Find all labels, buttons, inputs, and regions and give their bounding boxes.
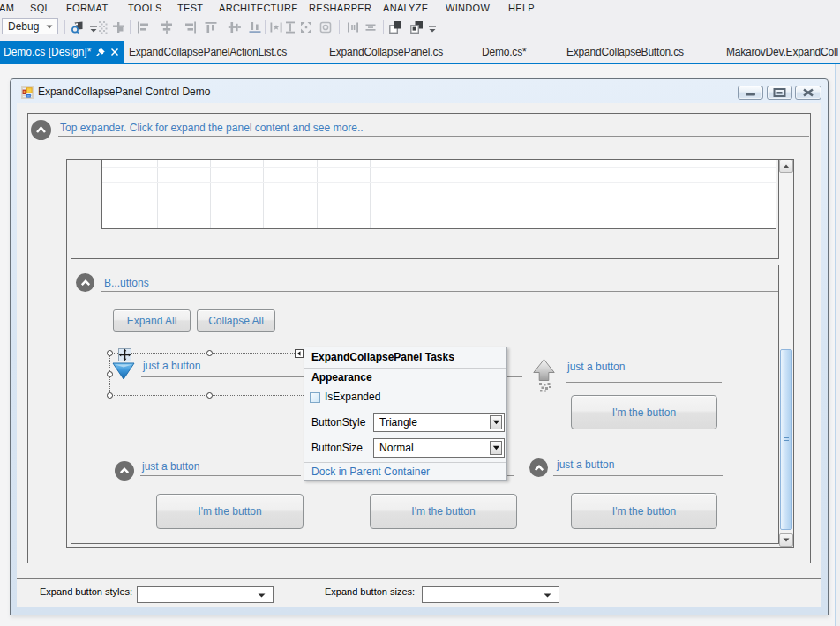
tab-label: Demo.cs [Design]* xyxy=(4,45,91,59)
menu-item-sql[interactable]: SQL xyxy=(30,0,50,16)
scroll-down-button[interactable] xyxy=(779,533,793,547)
smart-tag-arrow-icon xyxy=(296,350,303,357)
solution-configuration-value: Debug xyxy=(8,19,39,34)
demo-form-window: ExpandCollapsePanel Control Demo Top ex xyxy=(10,78,829,615)
expander-label[interactable]: just a button xyxy=(142,460,199,473)
hidden-expander-underline xyxy=(507,475,514,476)
expander-label[interactable]: just a button xyxy=(143,360,200,372)
pin-icon[interactable] xyxy=(95,47,106,57)
align-to-grid-icon xyxy=(111,20,125,34)
is-expanded-label[interactable]: IsExpanded xyxy=(325,391,380,404)
buttons-expander-label[interactable]: B...uttons xyxy=(104,277,149,289)
fat-arrow-expand-button[interactable] xyxy=(533,359,555,392)
combo-dropdown-button[interactable] xyxy=(490,415,502,429)
im-the-button-label: I'm the button xyxy=(612,505,676,518)
im-the-button[interactable]: I'm the button xyxy=(571,493,717,529)
vs-designer-screen: AM SQL FORMAT TOOLS TEST ARCHITECTURE RE… xyxy=(0,0,840,626)
expander-underline xyxy=(140,475,301,476)
data-grid[interactable] xyxy=(101,159,776,229)
layout-toolbar: Debug xyxy=(0,16,840,41)
combo-dropdown-button[interactable] xyxy=(490,441,502,455)
im-the-button-label: I'm the button xyxy=(198,505,261,518)
collapse-all-button[interactable]: Collapse All xyxy=(197,309,275,332)
tab-makarovdev[interactable]: MakarovDev.ExpandColl xyxy=(726,45,838,59)
minimize-button[interactable] xyxy=(738,86,763,100)
menu-item-resharper[interactable]: RESHARPER xyxy=(309,0,371,16)
triangle-expand-button[interactable] xyxy=(112,362,135,380)
grid-row-line xyxy=(102,212,776,212)
button-size-combo[interactable]: Normal xyxy=(373,438,505,458)
chevron-down-icon xyxy=(492,420,500,425)
align-middles-icon xyxy=(228,20,242,34)
top-expander-button[interactable] xyxy=(31,120,51,140)
im-the-button[interactable]: I'm the button xyxy=(156,494,304,529)
vertical-spacing-icon xyxy=(364,20,378,34)
menu-item-window[interactable]: WINDOW xyxy=(446,0,490,16)
selection-handle[interactable] xyxy=(107,392,113,399)
menu-item-test[interactable]: TEST xyxy=(177,0,203,16)
is-expanded-checkbox[interactable] xyxy=(310,392,320,403)
menu-item-analyze[interactable]: ANALYZE xyxy=(383,0,428,16)
dock-in-parent-link[interactable]: Dock in Parent Container xyxy=(311,466,430,479)
im-the-button-label: I'm the button xyxy=(411,505,475,518)
im-the-button[interactable]: I'm the button xyxy=(370,494,517,529)
menu-item-help[interactable]: HELP xyxy=(508,0,535,16)
preview-selected-items-icon[interactable] xyxy=(71,20,85,34)
tab-expandcollapsebutton[interactable]: ExpandCollapseButton.cs xyxy=(566,45,684,59)
selection-handle[interactable] xyxy=(206,350,213,356)
scroll-up-button[interactable] xyxy=(779,160,793,173)
chevron-up-icon xyxy=(35,126,47,133)
button-style-combo[interactable]: Triangle xyxy=(373,413,505,432)
bottom-bar-divider xyxy=(17,578,821,579)
solution-configurations-combo[interactable]: Debug xyxy=(2,18,58,34)
close-icon[interactable] xyxy=(110,48,119,56)
make-same-height-icon xyxy=(283,20,297,34)
smart-tag-separator xyxy=(304,462,506,463)
close-button[interactable] xyxy=(795,86,821,100)
chevron-down-icon xyxy=(544,593,551,598)
expand-button-sizes-combo[interactable] xyxy=(422,586,559,603)
button-size-label: ButtonSize xyxy=(311,442,363,455)
move-handle[interactable] xyxy=(118,348,131,361)
scrollbar-thumb[interactable] xyxy=(780,349,792,530)
selection-border xyxy=(109,353,309,396)
expand-button-styles-label: Expand button styles: xyxy=(40,586,132,598)
selection-handle[interactable] xyxy=(206,392,213,399)
smart-tag-title: ExpandCollapsePanel Tasks xyxy=(311,351,454,364)
selection-handle[interactable] xyxy=(107,371,113,377)
im-the-button[interactable]: I'm the button xyxy=(571,395,717,429)
maximize-button[interactable] xyxy=(767,86,792,100)
expander-button[interactable] xyxy=(529,458,548,477)
horizontal-spacing-icon xyxy=(346,20,360,34)
toolbar-separator xyxy=(64,20,65,34)
toolbar-separator xyxy=(339,20,340,34)
document-tab-strip: Demo.cs [Design]* ExpandCollapsePanelAct… xyxy=(0,41,840,63)
menu-item-tools[interactable]: TOOLS xyxy=(128,0,162,16)
menu-item-architecture[interactable]: ARCHITECTURE xyxy=(219,0,298,16)
layout-overflow-icon[interactable] xyxy=(428,20,437,34)
tab-demo-cs[interactable]: Demo.cs* xyxy=(482,45,526,59)
buttons-expander-button[interactable] xyxy=(76,273,94,292)
tab-expandcollapsepanelactionlist[interactable]: ExpandCollapsePanelActionList.cs xyxy=(129,45,287,59)
tab-demo-cs-design[interactable]: Demo.cs [Design]* xyxy=(0,41,124,63)
button-size-value: Normal xyxy=(379,442,414,455)
menu-item-am[interactable]: AM xyxy=(0,0,14,16)
bring-to-front-icon[interactable] xyxy=(388,20,402,34)
menu-item-format[interactable]: FORMAT xyxy=(66,0,108,16)
smart-tag-button[interactable] xyxy=(295,349,304,358)
expander-label[interactable]: just a button xyxy=(557,458,614,471)
toolbar-separator xyxy=(383,20,384,34)
grid-column-line xyxy=(157,160,158,228)
scrollbar-grip xyxy=(784,437,789,438)
send-to-back-icon[interactable] xyxy=(409,20,424,34)
expand-button-styles-combo[interactable] xyxy=(137,586,274,603)
expand-all-button[interactable]: Expand All xyxy=(113,309,191,332)
selection-handle[interactable] xyxy=(107,350,113,356)
expander-label[interactable]: just a button xyxy=(567,361,625,373)
top-expander-label[interactable]: Top expander. Click for expand the panel… xyxy=(60,122,364,134)
tab-expandcollapsepanel[interactable]: ExpandCollapsePanel.cs xyxy=(329,45,443,59)
smart-tag-separator xyxy=(304,368,506,369)
vertical-scrollbar[interactable] xyxy=(779,160,793,547)
expander-button[interactable] xyxy=(115,461,134,481)
toolbar-overflow-icon[interactable] xyxy=(89,20,98,34)
